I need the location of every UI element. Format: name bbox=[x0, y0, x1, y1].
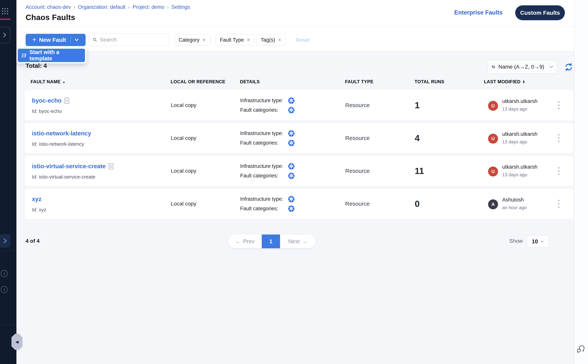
table-row: byoc-echo Id: byoc-echo Local copy Infra… bbox=[25, 90, 574, 121]
details-cell: Infrastructure type: Fault categories: bbox=[240, 163, 295, 179]
breadcrumb-project[interactable]: Project: demo bbox=[133, 4, 164, 10]
kubernetes-icon bbox=[288, 172, 295, 179]
prev-page-button[interactable]: ← Prev bbox=[228, 234, 262, 248]
total-runs-cell: 4 bbox=[415, 133, 420, 143]
fault-type-cell: Resource bbox=[345, 135, 370, 141]
filter-chip-label: Tag(s) bbox=[261, 37, 275, 43]
next-label: Next bbox=[288, 238, 300, 245]
triangle-left-icon: ◀ bbox=[15, 339, 18, 344]
breadcrumb-organization[interactable]: Organization: default bbox=[78, 4, 125, 10]
details-cell: Infrastructure type: Fault categories: bbox=[240, 195, 295, 212]
help-icon[interactable]: i bbox=[1, 286, 8, 293]
column-label: DETAILS bbox=[240, 79, 260, 84]
left-nav-rail: i i bbox=[0, 0, 16, 364]
refresh-icon bbox=[564, 63, 573, 72]
modified-time: an hour ago bbox=[502, 205, 527, 210]
local-or-reference-cell: Local copy bbox=[171, 168, 196, 174]
column-header-last-modified[interactable]: LAST MODIFIED ▲▼ bbox=[484, 79, 525, 84]
local-or-reference-cell: Local copy bbox=[171, 201, 196, 207]
sort-select-value: Name (A→Z, 0→9) bbox=[498, 64, 544, 70]
fault-name-link[interactable]: istio-virtual-service-create bbox=[32, 163, 106, 170]
kubernetes-icon bbox=[288, 107, 295, 113]
support-chat-icon[interactable] bbox=[576, 344, 586, 354]
arrow-left-icon: ← bbox=[235, 238, 241, 245]
kubernetes-icon bbox=[288, 195, 295, 202]
column-header-local-or-reference: LOCAL OR REFERENCE bbox=[170, 79, 225, 84]
modified-time: 13 days ago bbox=[502, 106, 527, 112]
row-options-menu[interactable] bbox=[558, 134, 560, 142]
document-icon[interactable] bbox=[65, 98, 69, 104]
apps-grid-icon[interactable] bbox=[2, 8, 8, 14]
modified-by: utkarsh.utkarsh bbox=[502, 131, 538, 137]
fault-id: Id: byoc-echo bbox=[32, 108, 62, 114]
column-header-fault-type: FAULT TYPE bbox=[345, 79, 373, 84]
fault-name-link[interactable]: xyz bbox=[32, 196, 41, 203]
arrow-right-icon: → bbox=[302, 238, 307, 245]
modified-by: utkarsh.utkarsh bbox=[502, 164, 538, 170]
infrastructure-type-label: Infrastructure type: bbox=[240, 163, 288, 169]
filter-chip-tags[interactable]: Tag(s) × bbox=[256, 34, 286, 46]
next-page-button[interactable]: Next → bbox=[280, 234, 316, 248]
search-icon bbox=[93, 37, 97, 42]
close-icon[interactable]: × bbox=[278, 37, 281, 43]
new-fault-button[interactable]: + New Fault bbox=[26, 34, 85, 46]
document-icon[interactable] bbox=[109, 163, 113, 169]
fault-categories-label: Fault categories: bbox=[240, 107, 288, 113]
table-row: istio-network-latency Id: istio-network-… bbox=[25, 123, 574, 154]
search-input[interactable] bbox=[100, 37, 166, 43]
sort-asc-icon: ▲ bbox=[62, 80, 65, 84]
kubernetes-icon bbox=[288, 205, 295, 212]
fault-type-cell: Resource bbox=[345, 168, 370, 174]
breadcrumb-separator: › bbox=[128, 4, 130, 10]
close-icon[interactable]: × bbox=[247, 37, 250, 43]
new-fault-label: New Fault bbox=[39, 37, 66, 43]
kubernetes-icon bbox=[288, 97, 295, 104]
chevron-down-icon[interactable] bbox=[74, 38, 79, 41]
fault-id: Id: istio-network-latency bbox=[32, 141, 84, 147]
sort-arrows-icon bbox=[491, 65, 496, 69]
breadcrumb-separator: › bbox=[73, 4, 75, 10]
enterprise-faults-link[interactable]: Enterprise Faults bbox=[454, 9, 503, 16]
table-row: istio-virtual-service-create Id: istio-v… bbox=[25, 156, 574, 186]
breadcrumb-account[interactable]: Account: chaos-dev bbox=[26, 4, 71, 10]
modified-time: 13 days ago bbox=[502, 139, 527, 145]
custom-faults-button[interactable]: Custom Faults bbox=[515, 5, 565, 20]
nav-active-indicator bbox=[0, 19, 10, 20]
expand-sidenav-button[interactable] bbox=[0, 27, 10, 43]
row-options-menu[interactable] bbox=[558, 167, 560, 175]
avatar: U bbox=[488, 134, 498, 144]
sort-both-icon: ▲▼ bbox=[523, 80, 525, 83]
right-edge-panel bbox=[574, 0, 588, 364]
fault-id: Id: istio-virtual-service-create bbox=[32, 174, 95, 180]
per-page-select[interactable]: 10 bbox=[527, 235, 549, 247]
info-icon[interactable]: i bbox=[1, 270, 8, 277]
fault-name-link[interactable]: byoc-echo bbox=[32, 97, 61, 104]
column-label: FAULT NAME bbox=[31, 79, 60, 84]
pagination: ← Prev 1 Next → bbox=[228, 234, 316, 248]
modified-by: Ashutosh bbox=[502, 197, 524, 203]
expand-panel-button[interactable] bbox=[0, 234, 10, 247]
infrastructure-type-label: Infrastructure type: bbox=[240, 130, 288, 136]
reset-filters-link[interactable]: Reset bbox=[296, 37, 310, 43]
close-icon[interactable]: × bbox=[203, 37, 206, 43]
total-runs-cell: 11 bbox=[415, 166, 424, 176]
refresh-button[interactable] bbox=[564, 63, 573, 72]
sidebar-collapse-handle[interactable]: ◀ bbox=[12, 334, 23, 350]
row-options-menu[interactable] bbox=[558, 200, 560, 208]
local-or-reference-cell: Local copy bbox=[171, 135, 196, 141]
filter-chip-category[interactable]: Category × bbox=[174, 34, 210, 46]
row-options-menu[interactable] bbox=[558, 101, 560, 109]
rail-divider bbox=[0, 251, 16, 251]
filter-chip-fault-type[interactable]: Fault Type × bbox=[216, 34, 255, 46]
fault-name-link[interactable]: istio-network-latency bbox=[32, 130, 91, 137]
current-page-button[interactable]: 1 bbox=[262, 234, 280, 248]
template-icon bbox=[21, 52, 26, 58]
breadcrumb-settings[interactable]: Settings bbox=[171, 4, 190, 10]
plus-icon: + bbox=[32, 36, 36, 43]
menu-item-start-with-template[interactable]: Start with a template bbox=[18, 49, 85, 62]
fault-categories-label: Fault categories: bbox=[240, 173, 288, 179]
column-header-fault-name[interactable]: FAULT NAME ▲ bbox=[31, 79, 65, 84]
column-header-total-runs: TOTAL RUNS bbox=[415, 79, 444, 84]
sort-select[interactable]: Name (A→Z, 0→9) bbox=[488, 60, 557, 74]
chevron-right-icon bbox=[3, 238, 7, 244]
